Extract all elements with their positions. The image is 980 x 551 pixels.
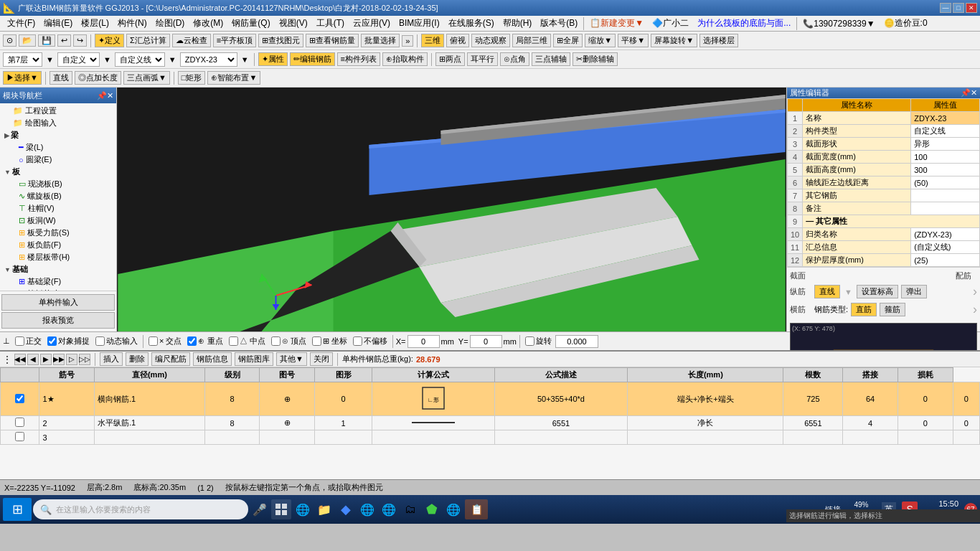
menu-online[interactable]: 在线服务(S) xyxy=(444,16,499,31)
taskbar-search[interactable]: 🔍 在这里输入你要搜索的内容 xyxy=(33,499,248,519)
nav-item-found-beam[interactable]: ⊞ 基础梁(F) xyxy=(1,276,115,288)
attr-row-value[interactable] xyxy=(911,189,980,202)
taskbar-app-browser[interactable]: 🌐 xyxy=(293,499,313,519)
single-component-btn[interactable]: 单构件输入 xyxy=(1,294,115,311)
menu-component[interactable]: 构件(N) xyxy=(113,16,151,31)
attr-row-value[interactable]: 300 xyxy=(911,164,980,176)
taskbar-app-voice[interactable]: 🎤 xyxy=(250,499,270,519)
fullscreen-btn[interactable]: ⊞全屏 xyxy=(553,34,583,47)
nav-item-slab-hole[interactable]: ⊡ 板洞(W) xyxy=(1,215,115,227)
attr-row-value[interactable]: (25) xyxy=(911,254,980,267)
nav-item-project-settings[interactable]: 📁 工程设置 xyxy=(1,105,115,117)
nav-item-beam[interactable]: ━ 梁(L) xyxy=(1,141,115,154)
floor-select[interactable]: 第7层 xyxy=(3,52,42,67)
nav-pin-icon[interactable]: 📌✕ xyxy=(97,91,113,100)
more-btn[interactable]: » xyxy=(402,35,413,47)
menu-phone[interactable]: 📞13907298339▼ xyxy=(798,17,879,30)
view-rebar-btn[interactable]: ⊞查看钢筋量 xyxy=(306,34,359,47)
point-angle-btn[interactable]: ⊙点角 xyxy=(500,52,529,66)
menu-floor[interactable]: 楼层(L) xyxy=(77,16,113,31)
taskbar-app-grid[interactable] xyxy=(271,499,291,519)
sum-btn[interactable]: Σ汇总计算 xyxy=(126,34,170,47)
attr-row-value[interactable] xyxy=(911,202,980,215)
snap-nooffset[interactable]: 不偏移 xyxy=(351,336,390,347)
taskbar-app-files[interactable]: 🗂 xyxy=(400,499,420,519)
nav-item-floor-band[interactable]: ⊞ 楼层板带(H) xyxy=(1,251,115,263)
rect-btn[interactable]: □矩形 xyxy=(178,71,206,85)
rebar-lib-btn[interactable]: 钢筋图库 xyxy=(235,352,273,366)
snap-dynamic-check[interactable] xyxy=(95,336,105,346)
straight-btn[interactable]: 直筋 xyxy=(851,303,877,316)
screen-rotate-btn[interactable]: 屏幕旋转▼ xyxy=(651,34,697,47)
menu-cloud[interactable]: 云应用(V) xyxy=(349,16,395,31)
3d-btn[interactable]: 三维 xyxy=(421,34,444,47)
menu-modify[interactable]: 修改(M) xyxy=(189,16,227,31)
define-btn[interactable]: ✦定义 xyxy=(95,34,124,47)
nav-next-btn[interactable]: ▶ xyxy=(40,354,52,365)
component-list-btn[interactable]: ≡构件列表 xyxy=(337,52,380,66)
rebar-row-select[interactable] xyxy=(1,382,39,416)
parallel-btn[interactable]: 耳平行 xyxy=(467,52,498,66)
component-select[interactable]: ZDYX-23 xyxy=(180,52,237,67)
snap-coord[interactable]: ⊞ 坐标 xyxy=(310,336,349,347)
three-point-aux-btn[interactable]: 三点辅轴 xyxy=(532,52,570,66)
custom-select[interactable]: 自定义 xyxy=(57,52,100,67)
pan-btn[interactable]: 平移▼ xyxy=(618,34,649,47)
line-type-select[interactable]: 自定义线 xyxy=(115,52,165,67)
expand-icon[interactable]: › xyxy=(973,284,977,299)
select-btn[interactable]: ▶选择▼ xyxy=(3,71,42,85)
arc-btn[interactable]: 三点画弧▼ xyxy=(123,71,170,85)
align-top-btn[interactable]: ≡平齐板顶 xyxy=(213,34,256,47)
taskbar-app-ie2[interactable]: 🌐 xyxy=(379,499,399,519)
attr-row-value[interactable]: 异形 xyxy=(911,138,980,151)
push-btn[interactable]: 箍筋 xyxy=(880,303,905,316)
nav-section-beam[interactable]: ▶ 梁 xyxy=(1,129,115,141)
resize-handle[interactable]: ⋮ xyxy=(3,354,11,364)
rebar-row-select[interactable] xyxy=(1,416,39,430)
rebar-info-btn[interactable]: 钢筋信息 xyxy=(193,352,232,366)
lift-component-btn[interactable]: ⊕抬取构件 xyxy=(382,52,428,66)
rebar-row-select[interactable] xyxy=(1,430,39,445)
open-btn[interactable]: 📂 xyxy=(19,34,36,47)
snap-capture-check[interactable] xyxy=(47,336,57,346)
local-3d-btn[interactable]: 局部三维 xyxy=(512,34,551,47)
delete-btn[interactable]: 删除 xyxy=(126,352,149,366)
nav-item-draw-input[interactable]: 📁 绘图输入 xyxy=(1,117,115,129)
line-btn2[interactable]: 直线 xyxy=(814,285,840,298)
snap-center-check[interactable] xyxy=(229,336,238,346)
snap-center[interactable]: △ 中点 xyxy=(227,336,268,347)
menu-file[interactable]: 文件(F) xyxy=(3,16,39,31)
menu-edit[interactable]: 编辑(E) xyxy=(39,16,77,31)
attr-row-value[interactable]: 自定义线 xyxy=(911,125,980,138)
insert-btn[interactable]: 插入 xyxy=(100,352,123,366)
nav-item-col-cap[interactable]: ⊤ 柱帽(V) xyxy=(1,202,115,215)
attr-row-value[interactable]: ZDYX-23 xyxy=(911,112,980,125)
taskbar-app-orange[interactable]: 📋 xyxy=(465,499,488,519)
nav-item-stress-rebar[interactable]: ⊞ 板受力筋(S) xyxy=(1,227,115,239)
select-floor-btn[interactable]: 选择楼层 xyxy=(699,34,738,47)
new-btn[interactable]: ⊙ xyxy=(3,34,17,47)
snap-rotate-check[interactable] xyxy=(525,336,534,346)
undo-btn[interactable]: ↩ xyxy=(57,34,71,47)
snap-coord-check[interactable] xyxy=(312,336,321,346)
save-btn[interactable]: 💾 xyxy=(38,34,55,47)
set-height-btn[interactable]: 设置标高 xyxy=(857,285,898,298)
nav-item-round-beam[interactable]: ○ 圆梁(E) xyxy=(1,154,115,166)
start-button[interactable]: ⊞ xyxy=(3,498,32,521)
expand-icon2[interactable]: › xyxy=(973,302,977,317)
menu-gxe[interactable]: 🔷广小二 xyxy=(648,16,693,31)
snap-nooffset-check[interactable] xyxy=(353,336,362,346)
menu-coins[interactable]: 🪙造价豆:0 xyxy=(880,16,932,31)
snap-intersect-check[interactable] xyxy=(149,336,158,346)
point-length-btn[interactable]: ◎点加长度 xyxy=(75,71,121,85)
nav-item-neg-rebar[interactable]: ⊞ 板负筋(F) xyxy=(1,239,115,251)
dynamic-view-btn[interactable]: 动态观察 xyxy=(471,34,510,47)
nav-add-btn[interactable]: ▷ xyxy=(66,354,77,365)
taskbar-app-green[interactable]: ⬟ xyxy=(422,499,442,519)
rotate-input[interactable] xyxy=(555,335,598,348)
nav-section-foundation[interactable]: ▼ 基础 xyxy=(1,263,115,276)
snap-orthogonal[interactable]: 正交 xyxy=(13,336,44,347)
menu-draw[interactable]: 绘图(D) xyxy=(151,16,189,31)
menu-bim[interactable]: BIM应用(I) xyxy=(395,16,444,31)
attr-row-value[interactable]: (自定义线) xyxy=(911,241,980,254)
